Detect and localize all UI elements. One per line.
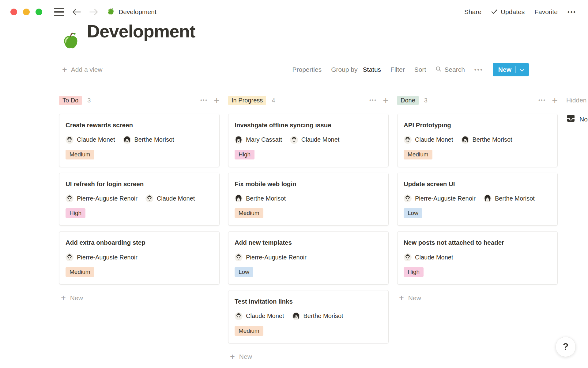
properties-button[interactable]: Properties	[292, 66, 322, 73]
more-options-icon[interactable]: •••	[567, 9, 576, 15]
task-card[interactable]: Update screen UIPierre-Auguste RenoirBer…	[397, 173, 558, 226]
column-status-badge[interactable]: Done	[397, 96, 419, 105]
favorite-button[interactable]: Favorite	[534, 8, 558, 16]
avatar	[290, 136, 298, 144]
column-new-button[interactable]: +New	[228, 353, 389, 361]
sort-button[interactable]: Sort	[414, 66, 426, 73]
card-title: API Prototyping	[404, 121, 551, 129]
group-by-button[interactable]: Group by Status	[331, 66, 381, 73]
updates-button[interactable]: Updates	[491, 8, 525, 16]
share-button[interactable]: Share	[464, 8, 481, 16]
plus-icon: +	[230, 353, 235, 361]
task-card[interactable]: Investigate offline syncing issueMary Ca…	[228, 114, 389, 167]
assignee-name: Claude Monet	[415, 254, 453, 261]
avatar	[235, 136, 243, 144]
card-assignees: Pierre-Auguste Renoir	[66, 252, 213, 262]
card-assignees: Claude MonetBerthe Morisot	[66, 135, 213, 145]
column-add-icon[interactable]: +	[214, 95, 220, 105]
priority-badge: Low	[235, 267, 253, 277]
column-new-button[interactable]: +New	[397, 294, 558, 302]
avatar	[66, 136, 74, 144]
assignee[interactable]: Claude Monet	[404, 252, 453, 262]
assignee-name: Pierre-Auguste Renoir	[415, 195, 476, 202]
hidden-columns-label[interactable]: Hidden	[566, 95, 588, 106]
task-card[interactable]: UI refresh for login screenPierre-August…	[59, 173, 220, 226]
card-title: Test invitation links	[235, 297, 382, 306]
group-by-value: Status	[363, 66, 381, 73]
breadcrumb-title: Development	[119, 8, 156, 16]
close-window-button[interactable]	[10, 9, 17, 15]
plus-icon: +	[61, 294, 66, 302]
column-done: Done3•••+API PrototypingClaude MonetBert…	[397, 95, 558, 302]
assignee[interactable]: Claude Monet	[145, 194, 195, 203]
assignee-name: Claude Monet	[301, 136, 340, 143]
column-more-icon[interactable]: •••	[538, 98, 546, 103]
column-header: To Do3•••+	[59, 95, 220, 106]
assignee[interactable]: Berthe Morisot	[484, 194, 535, 203]
task-card[interactable]: New posts not attached to headerClaude M…	[397, 231, 558, 285]
task-card[interactable]: Fix mobile web loginBerthe MorisotMedium	[228, 173, 389, 226]
column-add-icon[interactable]: +	[383, 95, 389, 105]
assignee-name: Claude Monet	[157, 195, 195, 202]
card-list: API PrototypingClaude MonetBerthe Moriso…	[397, 114, 558, 285]
assignee-name: Pierre-Auguste Renoir	[246, 254, 307, 261]
assignee[interactable]: Pierre-Auguste Renoir	[66, 194, 138, 203]
sidebar-menu-icon[interactable]	[54, 8, 64, 16]
assignee[interactable]: Berthe Morisot	[123, 135, 174, 145]
breadcrumb[interactable]: Development	[107, 7, 156, 17]
task-card[interactable]: Test invitation linksClaude MonetBerthe …	[228, 290, 389, 343]
column-new-button[interactable]: +New	[59, 294, 220, 302]
zoom-window-button[interactable]	[36, 9, 42, 15]
card-assignees: Claude MonetBerthe Morisot	[235, 311, 382, 321]
avatar	[461, 136, 469, 144]
assignee[interactable]: Mary Cassatt	[235, 135, 282, 145]
assignee[interactable]: Berthe Morisot	[235, 194, 286, 203]
priority-badge: High	[235, 150, 254, 159]
task-card[interactable]: Create rewards screenClaude MonetBerthe …	[59, 114, 220, 167]
card-assignees: Pierre-Auguste RenoirClaude Monet	[66, 194, 213, 203]
column-count: 3	[87, 97, 91, 104]
column-more-icon[interactable]: •••	[200, 98, 208, 103]
column-more-icon[interactable]: •••	[369, 98, 377, 103]
column-header: Done3•••+	[397, 95, 558, 106]
column-status-badge[interactable]: To Do	[59, 96, 82, 105]
task-card[interactable]: API PrototypingClaude MonetBerthe Moriso…	[397, 114, 558, 167]
filter-button[interactable]: Filter	[390, 66, 405, 73]
assignee[interactable]: Claude Monet	[290, 135, 340, 145]
chevron-down-icon[interactable]	[520, 66, 524, 73]
assignee[interactable]: Claude Monet	[235, 311, 284, 321]
help-button[interactable]: ?	[556, 337, 576, 357]
avatar	[235, 194, 243, 202]
card-list: Create rewards screenClaude MonetBerthe …	[59, 114, 220, 285]
add-view-button[interactable]: + Add a view	[62, 66, 103, 74]
assignee[interactable]: Pierre-Auguste Renoir	[404, 194, 476, 203]
priority-badge: High	[66, 208, 85, 218]
assignee[interactable]: Pierre-Auguste Renoir	[66, 252, 138, 262]
assignee[interactable]: Claude Monet	[66, 135, 115, 145]
new-button[interactable]: New	[493, 63, 529, 76]
forward-arrow-icon[interactable]	[89, 8, 99, 16]
task-card[interactable]: Add new templatesPierre-Auguste RenoirLo…	[228, 231, 389, 285]
search-button[interactable]: Search	[435, 66, 465, 74]
assignee-name: Berthe Morisot	[134, 136, 174, 143]
assignee[interactable]: Berthe Morisot	[292, 311, 343, 321]
minimize-window-button[interactable]	[23, 9, 30, 15]
view-more-icon[interactable]: •••	[474, 66, 483, 73]
task-card[interactable]: Add extra onboarding stepPierre-Auguste …	[59, 231, 220, 285]
priority-badge: Medium	[235, 208, 263, 218]
hidden-column-no-status[interactable]: No Status	[566, 114, 588, 125]
column-status-badge[interactable]: In Progress	[228, 96, 266, 105]
assignee[interactable]: Claude Monet	[404, 135, 453, 145]
check-icon	[491, 8, 497, 16]
page-icon-green-apple[interactable]	[61, 32, 80, 52]
avatar	[404, 136, 412, 144]
priority-badge: Medium	[66, 150, 94, 159]
avatar	[145, 194, 153, 202]
avatar	[66, 194, 74, 202]
card-assignees: Claude Monet	[404, 252, 551, 262]
assignee[interactable]: Pierre-Auguste Renoir	[235, 252, 307, 262]
column-add-icon[interactable]: +	[552, 95, 558, 105]
back-arrow-icon[interactable]	[72, 8, 81, 16]
assignee[interactable]: Berthe Morisot	[461, 135, 512, 145]
card-title: Create rewards screen	[66, 121, 213, 129]
